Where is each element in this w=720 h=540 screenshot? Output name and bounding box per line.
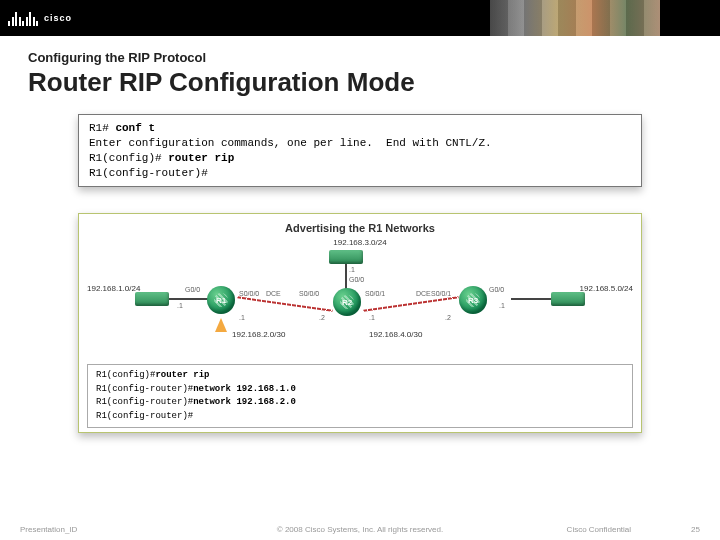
dce-label: DCE — [265, 290, 282, 297]
cli-line: R1# conf t — [89, 122, 155, 134]
interface-label: S0/0/1 — [431, 290, 451, 297]
interface-label: G0/0 — [185, 286, 200, 293]
slide-title: Router RIP Configuration Mode — [28, 67, 692, 98]
cli-line: R1(config-router)#network 192.168.1.0 — [96, 384, 296, 394]
switch-icon — [329, 250, 363, 264]
ip-label: .1 — [499, 302, 505, 309]
ip-label: .1 — [369, 314, 375, 321]
serial-link — [363, 297, 458, 312]
cli-line: R1(config)# router rip — [89, 152, 234, 164]
ip-label: .1 — [239, 314, 245, 321]
ethernet-link — [345, 264, 347, 290]
subnet-label: 192.168.4.0/30 — [369, 330, 422, 339]
cisco-bars-icon — [8, 10, 38, 26]
footer-left: Presentation_ID — [20, 525, 77, 534]
serial-link — [237, 297, 332, 312]
cli-line: Enter configuration commands, one per li… — [89, 137, 492, 149]
top-bar: cisco — [0, 0, 720, 36]
interface-label: S0/0/1 — [365, 290, 385, 297]
subnet-label: 192.168.2.0/30 — [232, 330, 285, 339]
interface-label: S0/0/0 — [299, 290, 319, 297]
cli-line: R1(config-router)# — [96, 411, 193, 421]
interface-label: G0/0 — [489, 286, 504, 293]
cli-line: R1(config-router)# — [89, 167, 208, 179]
highlight-arrow-icon — [215, 318, 227, 332]
switch-icon — [551, 292, 585, 306]
ip-label: .2 — [445, 314, 451, 321]
subnet-label: 192.168.5.0/24 — [580, 284, 633, 293]
router-icon: R1 — [207, 286, 235, 314]
ip-label: .1 — [177, 302, 183, 309]
page-number: 25 — [691, 525, 700, 534]
diagram-title: Advertising the R1 Networks — [87, 222, 633, 234]
brand-text: cisco — [44, 13, 72, 23]
subnet-label: 192.168.3.0/24 — [333, 238, 386, 247]
network-diagram: 192.168.3.0/24 192.168.1.0/24 192.168.5.… — [87, 238, 633, 358]
cli-output-top: R1# conf t Enter configuration commands,… — [78, 114, 642, 187]
diagram-figure: Advertising the R1 Networks 192.168.3.0/… — [78, 213, 642, 433]
cli-line: R1(config)#router rip — [96, 370, 209, 380]
slide-content: Configuring the RIP Protocol Router RIP … — [0, 36, 720, 433]
footer-confidential: Cisco Confidential — [567, 525, 631, 534]
cli-line: R1(config-router)#network 192.168.2.0 — [96, 397, 296, 407]
brand-logo: cisco — [0, 10, 72, 26]
slide-footer: Presentation_ID © 2008 Cisco Systems, In… — [0, 525, 720, 534]
interface-label: G0/0 — [349, 276, 364, 283]
slide-kicker: Configuring the RIP Protocol — [28, 50, 692, 65]
router-icon: R2 — [333, 288, 361, 316]
ethernet-link — [511, 298, 551, 300]
router-icon: R3 — [459, 286, 487, 314]
cli-output-bottom: R1(config)#router rip R1(config-router)#… — [87, 364, 633, 428]
cli-figure-top: R1# conf t Enter configuration commands,… — [78, 114, 642, 187]
footer-copyright: © 2008 Cisco Systems, Inc. All rights re… — [277, 525, 443, 534]
ip-label: .2 — [319, 314, 325, 321]
header-people-image — [490, 0, 660, 36]
subnet-label: 192.168.1.0/24 — [87, 284, 140, 293]
ip-label: .1 — [349, 266, 355, 273]
dce-label: DCE — [415, 290, 432, 297]
switch-icon — [135, 292, 169, 306]
interface-label: S0/0/0 — [239, 290, 259, 297]
ethernet-link — [169, 298, 209, 300]
